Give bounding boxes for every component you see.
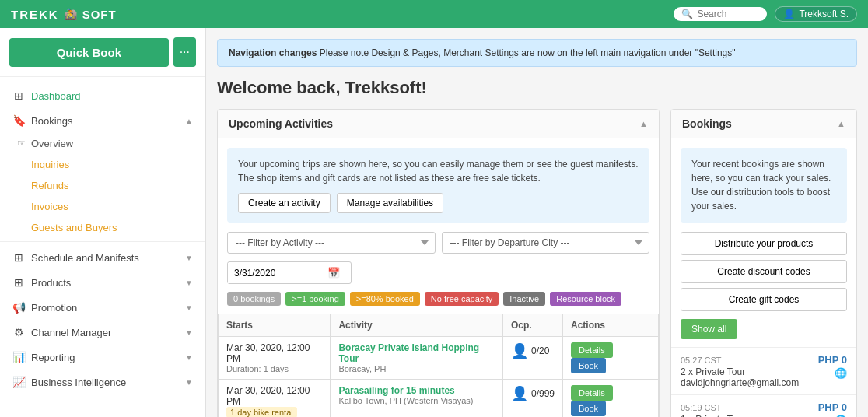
sidebar-item-business[interactable]: 📈 Business Intelligence ▼ <box>0 370 205 394</box>
upcoming-chevron-icon[interactable]: ▲ <box>639 119 648 128</box>
reporting-chevron: ▼ <box>185 353 193 362</box>
globe-icon-1: 🌐 <box>835 367 847 379</box>
distribute-button[interactable]: Distribute your products <box>681 232 847 255</box>
quickbook-area: Quick Book ··· <box>0 28 205 77</box>
col-actions: Actions <box>563 314 659 337</box>
sidebar-divider-1 <box>0 241 205 242</box>
legend-1booking[interactable]: >=1 booking <box>285 292 345 306</box>
legend-80booked[interactable]: >=80% booked <box>350 292 420 306</box>
dashboard-icon: ⊞ <box>12 89 25 102</box>
channel-chevron: ▼ <box>185 328 193 337</box>
booking-time-1: 05:27 CST <box>681 356 722 365</box>
main-layout: Quick Book ··· ⊞ Dashboard 🔖 Bookings ▲ … <box>0 28 868 417</box>
activities-table: Starts Activity Ocp. Actions Mar 30, 202… <box>218 314 659 417</box>
two-col-layout: Upcoming Activities ▲ Your upcoming trip… <box>217 109 857 417</box>
row2-details-button[interactable]: Details <box>571 385 613 401</box>
sidebar-sub-inquiries[interactable]: Inquiries <box>0 154 205 175</box>
date-input[interactable] <box>228 263 321 283</box>
manage-availabilities-button[interactable]: Manage availabilities <box>337 193 443 213</box>
channel-icon: ⚙ <box>12 326 25 338</box>
sidebar-item-dashboard[interactable]: ⊞ Dashboard <box>0 83 205 108</box>
row1-book-button[interactable]: Book <box>571 358 606 373</box>
upcoming-activities-card: Upcoming Activities ▲ Your upcoming trip… <box>217 109 660 417</box>
notice-text: Please note Design & Pages, Merchant Set… <box>320 47 736 58</box>
bookings-chevron-icon[interactable]: ▲ <box>837 119 845 128</box>
sidebar-sub-invoices[interactable]: Invoices <box>0 196 205 217</box>
logo: TREKK 🚵 SOFT <box>11 8 117 21</box>
left-panel: Upcoming Activities ▲ Your upcoming trip… <box>217 109 660 417</box>
cursor-icon: ☞ <box>17 138 26 149</box>
search-input[interactable] <box>697 9 759 19</box>
promotion-chevron: ▼ <box>185 303 193 312</box>
user-icon: 👤 <box>783 9 795 19</box>
bookings-info-box: Your recent bookings are shown here, so … <box>681 148 847 223</box>
search-icon: 🔍 <box>681 9 693 19</box>
filter-activity-select[interactable]: --- Filter by Activity --- <box>227 232 436 254</box>
soft-label: SOFT <box>82 8 117 21</box>
legend-nofree[interactable]: No free capacity <box>425 292 499 306</box>
filter-city-select[interactable]: --- Filter by Departure City --- <box>442 232 650 254</box>
sidebar-sub-refunds[interactable]: Refunds <box>0 175 205 196</box>
booking-email-1: davidjohngriarte@gmail.com <box>681 377 847 388</box>
promotion-icon: 📢 <box>12 301 25 314</box>
right-panel: Bookings ▲ Your recent bookings are show… <box>670 109 857 417</box>
upcoming-title: Upcoming Activities <box>229 117 333 130</box>
logo-icon: 🚵 <box>64 8 78 20</box>
row1-actions: Details Book <box>563 337 659 380</box>
gift-button[interactable]: Create gift codes <box>681 288 847 311</box>
bike-label: 1 day bike rental <box>226 407 297 417</box>
table-row: Mar 30, 2020, 12:00 PM 1 day bike rental… <box>219 380 659 418</box>
booking-amount-2: PHP 0 <box>818 401 847 413</box>
row1-details-button[interactable]: Details <box>571 342 613 358</box>
legend-0bookings[interactable]: 0 bookings <box>227 292 281 306</box>
bookings-header: Bookings ▲ <box>671 110 856 138</box>
col-activity: Activity <box>331 314 503 337</box>
row1-location: Boracay, PH <box>338 364 495 373</box>
quickbook-more-button[interactable]: ··· <box>173 37 196 67</box>
filter-row: --- Filter by Activity --- --- Filter by… <box>218 232 659 261</box>
row2-activity-link[interactable]: Parasailing for 15 minutes <box>338 385 454 396</box>
sidebar-sub-guests[interactable]: Guests and Buyers <box>0 217 205 238</box>
calendar-icon[interactable]: 📅 <box>321 262 346 283</box>
overview-label: Overview <box>31 138 73 149</box>
legend-resource[interactable]: Resource block <box>550 292 621 306</box>
row2-starts: Mar 30, 2020, 12:00 PM 1 day bike rental… <box>219 380 331 418</box>
notice-bold: Navigation changes <box>229 47 317 58</box>
booking-desc-2: 1 x Private Tour <box>681 414 745 417</box>
date-input-wrap: 📅 <box>227 261 352 284</box>
show-all-button[interactable]: Show all <box>681 319 737 339</box>
row2-book-button[interactable]: Book <box>571 401 606 416</box>
sidebar-item-schedule[interactable]: ⊞ Schedule and Manifests ▼ <box>0 245 205 270</box>
booking-time-2: 05:19 CST <box>681 403 722 412</box>
sidebar-item-reporting[interactable]: 📊 Reporting ▼ <box>0 345 205 370</box>
user-badge[interactable]: 👤 Trekksoft S. <box>775 6 857 22</box>
legend-inactive[interactable]: Inactive <box>503 292 545 306</box>
row2-ocp: 👤 0/999 <box>502 380 562 418</box>
create-activity-button[interactable]: Create an activity <box>238 193 331 213</box>
sidebar-item-products[interactable]: ⊞ Products ▼ <box>0 270 205 295</box>
quickbook-button[interactable]: Quick Book <box>9 38 169 67</box>
products-chevron: ▼ <box>185 279 193 287</box>
notice-bar: Navigation changes Please note Design & … <box>217 39 857 67</box>
sidebar-item-bookings[interactable]: 🔖 Bookings ▲ <box>0 108 205 133</box>
col-starts: Starts <box>219 314 331 337</box>
sidebar-sub-overview[interactable]: ☞ Overview <box>0 133 205 154</box>
row1-ocp-icon: 👤 <box>511 342 528 359</box>
search-box[interactable]: 🔍 <box>674 7 767 21</box>
row2-actions: Details Book <box>563 380 659 418</box>
sidebar-item-promotion[interactable]: 📢 Promotion ▼ <box>0 295 205 320</box>
table-row: Mar 30, 2020, 12:00 PM Duration: 1 days … <box>219 337 659 380</box>
row2-ocp-value: 0/999 <box>531 388 555 399</box>
booking-desc-1: 2 x Private Tour <box>681 366 745 377</box>
row2-activity: Parasailing for 15 minutes Kalibo Town, … <box>331 380 503 418</box>
bookings-chevron: ▲ <box>185 117 193 125</box>
legend-row: 0 bookings >=1 booking >=80% booked No f… <box>218 292 659 314</box>
sidebar-label-business: Business Intelligence <box>31 377 179 388</box>
schedule-chevron: ▼ <box>185 254 193 262</box>
row1-activity-link[interactable]: Boracay Private Island Hopping Tour <box>338 342 479 364</box>
top-nav: TREKK 🚵 SOFT 🔍 👤 Trekksoft S. <box>0 0 868 28</box>
sidebar-item-channel[interactable]: ⚙ Channel Manager ▼ <box>0 320 205 345</box>
discount-button[interactable]: Create discount codes <box>681 260 847 283</box>
booking-entry-1: 05:27 CST PHP 0 2 x Private Tour 🌐 david… <box>671 347 856 394</box>
row1-activity: Boracay Private Island Hopping Tour Bora… <box>331 337 503 380</box>
